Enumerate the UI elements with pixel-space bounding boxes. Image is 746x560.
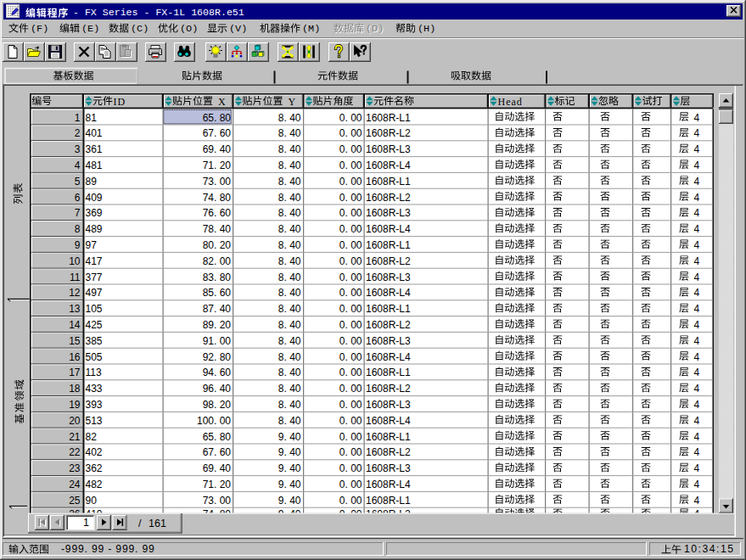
svg-text:4: 4 — [694, 319, 700, 331]
svg-text:4: 4 — [694, 399, 700, 411]
svg-text:94. 60: 94. 60 — [203, 367, 232, 378]
svg-text:0. 00: 0. 00 — [339, 112, 362, 124]
svg-text:0. 00: 0. 00 — [339, 367, 362, 378]
svg-text:8. 40: 8. 40 — [278, 415, 301, 427]
svg-text:14: 14 — [69, 319, 81, 331]
svg-text:1608R-L4: 1608R-L4 — [366, 160, 411, 171]
svg-text:1: 1 — [75, 112, 81, 124]
svg-text:65. 80: 65. 80 — [203, 112, 232, 124]
svg-text:19: 19 — [69, 399, 81, 411]
svg-text:1608R-L1: 1608R-L1 — [366, 367, 411, 378]
svg-text:(C): (C) — [131, 23, 149, 35]
svg-text:24: 24 — [69, 479, 81, 490]
svg-text:1608R-L3: 1608R-L3 — [366, 399, 411, 411]
svg-text:8. 40: 8. 40 — [278, 399, 301, 411]
svg-text:0. 00: 0. 00 — [339, 351, 362, 363]
svg-text:1608R-L2: 1608R-L2 — [366, 127, 411, 139]
svg-text:0. 00: 0. 00 — [339, 239, 362, 251]
svg-text:69. 40: 69. 40 — [203, 462, 232, 474]
svg-text:1608R-L4: 1608R-L4 — [366, 351, 411, 363]
svg-text:25: 25 — [69, 495, 81, 507]
svg-text:X: X — [218, 96, 226, 108]
svg-text:481: 481 — [86, 160, 103, 171]
svg-text:5: 5 — [75, 176, 81, 188]
svg-text:0. 00: 0. 00 — [339, 446, 362, 458]
svg-text:65. 80: 65. 80 — [203, 431, 232, 443]
svg-text:81: 81 — [86, 112, 98, 124]
svg-text:4: 4 — [694, 479, 700, 490]
svg-text:- FX Series - FX-1L 1608R.e51: - FX Series - FX-1L 1608R.e51 — [73, 7, 244, 18]
svg-text:ID: ID — [114, 96, 126, 108]
svg-text:(V): (V) — [229, 23, 247, 35]
svg-text:1608R-L3: 1608R-L3 — [366, 462, 411, 474]
svg-text:4: 4 — [694, 272, 700, 283]
svg-text:8. 40: 8. 40 — [278, 335, 301, 347]
svg-text:1608R-L2: 1608R-L2 — [366, 446, 411, 458]
svg-text:4: 4 — [694, 303, 700, 315]
svg-text:100. 00: 100. 00 — [197, 415, 231, 427]
svg-text:1608R-L1: 1608R-L1 — [366, 431, 411, 443]
svg-text:0. 00: 0. 00 — [339, 207, 362, 219]
svg-text:78. 40: 78. 40 — [203, 223, 232, 235]
svg-text:0. 00: 0. 00 — [339, 335, 362, 347]
svg-text:1608R-L4: 1608R-L4 — [366, 287, 411, 299]
svg-text:80. 20: 80. 20 — [203, 239, 232, 251]
svg-text:0. 00: 0. 00 — [339, 160, 362, 171]
svg-text:402: 402 — [86, 446, 103, 458]
svg-text:92. 80: 92. 80 — [203, 351, 232, 363]
svg-text:1: 1 — [83, 517, 89, 529]
svg-text:8: 8 — [75, 223, 81, 235]
svg-text:401: 401 — [86, 127, 103, 139]
svg-text:2: 2 — [75, 127, 81, 139]
svg-text:21: 21 — [69, 431, 81, 443]
svg-text:83. 80: 83. 80 — [203, 272, 232, 283]
svg-text:71. 20: 71. 20 — [203, 160, 232, 171]
svg-text:425: 425 — [86, 319, 103, 331]
svg-text:0. 00: 0. 00 — [339, 319, 362, 331]
svg-text:16: 16 — [69, 351, 81, 363]
svg-text:4: 4 — [694, 431, 700, 443]
svg-text:1608R-L2: 1608R-L2 — [366, 319, 411, 331]
svg-text:74. 80: 74. 80 — [203, 192, 232, 204]
svg-text:1608R-L1: 1608R-L1 — [366, 495, 411, 507]
svg-text:0. 00: 0. 00 — [339, 495, 362, 507]
svg-text:8. 40: 8. 40 — [278, 239, 301, 251]
svg-text:97: 97 — [86, 239, 98, 251]
svg-text:67. 60: 67. 60 — [203, 127, 232, 139]
svg-text:1608R-L1: 1608R-L1 — [366, 303, 411, 315]
svg-text:8. 40: 8. 40 — [278, 319, 301, 331]
svg-text:82. 00: 82. 00 — [203, 255, 232, 267]
svg-text:4: 4 — [694, 143, 700, 155]
svg-text:4: 4 — [694, 415, 700, 427]
svg-text:409: 409 — [86, 192, 103, 204]
svg-text:113: 113 — [86, 367, 102, 378]
svg-text:22: 22 — [69, 446, 81, 458]
svg-text:8. 40: 8. 40 — [278, 351, 301, 363]
svg-text:0. 00: 0. 00 — [339, 383, 362, 395]
svg-text:(E): (E) — [81, 23, 99, 35]
svg-text:9. 40: 9. 40 — [278, 479, 301, 490]
svg-text:9. 40: 9. 40 — [278, 462, 301, 474]
svg-text:0. 00: 0. 00 — [339, 431, 362, 443]
svg-text:0. 00: 0. 00 — [339, 479, 362, 490]
svg-text:393: 393 — [86, 399, 103, 411]
svg-text:0. 00: 0. 00 — [339, 272, 362, 283]
svg-text:Head: Head — [498, 96, 523, 108]
svg-text:0. 00: 0. 00 — [339, 287, 362, 299]
svg-text:1608R-L4: 1608R-L4 — [366, 479, 411, 490]
svg-text:385: 385 — [86, 335, 103, 347]
svg-text:(M): (M) — [302, 23, 320, 35]
svg-text:8. 40: 8. 40 — [278, 176, 301, 188]
svg-text:3: 3 — [75, 143, 81, 155]
svg-text:73. 00: 73. 00 — [203, 495, 232, 507]
svg-text:89. 20: 89. 20 — [203, 319, 232, 331]
svg-text:1608R-L2: 1608R-L2 — [366, 383, 411, 395]
svg-text:1608R-L3: 1608R-L3 — [366, 335, 411, 347]
svg-text:4: 4 — [694, 383, 700, 395]
svg-text:4: 4 — [694, 335, 700, 347]
svg-text:1608R-L1: 1608R-L1 — [366, 176, 411, 188]
svg-text:4: 4 — [694, 239, 700, 251]
svg-text:161: 161 — [149, 518, 166, 529]
svg-text:91. 00: 91. 00 — [203, 335, 232, 347]
svg-text:0. 00: 0. 00 — [339, 223, 362, 235]
